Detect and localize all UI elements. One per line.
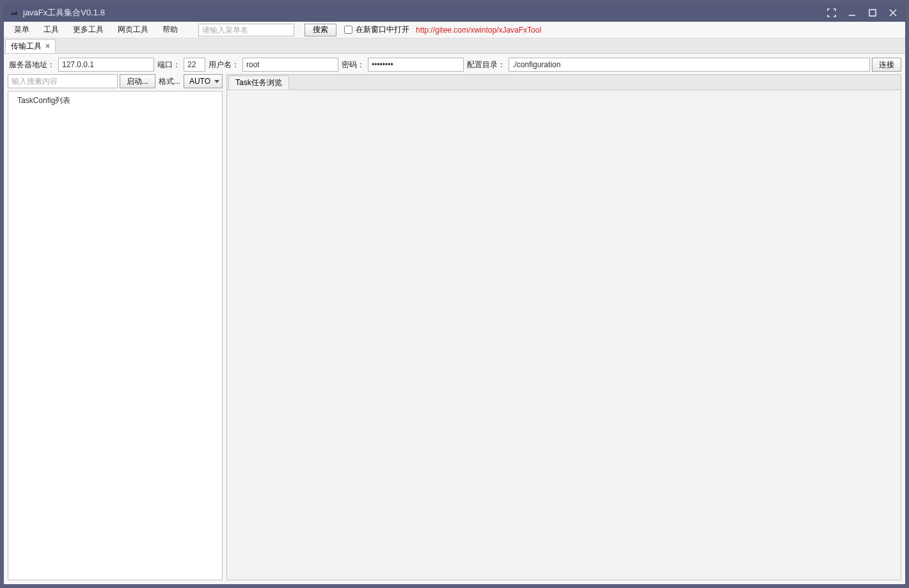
open-new-window-wrap: 在新窗口中打开	[344, 24, 409, 35]
chevron-down-icon	[214, 80, 219, 83]
pass-input[interactable]	[368, 58, 464, 72]
menubar: 菜单 工具 更多工具 网页工具 帮助 搜索 在新窗口中打开 http://git…	[4, 22, 905, 38]
tree-root-item[interactable]: TaskConfig列表	[13, 94, 217, 107]
right-pane: Task任务浏览	[226, 74, 901, 580]
format-value: AUTO	[189, 77, 210, 86]
close-icon[interactable]	[886, 6, 900, 20]
open-new-window-checkbox[interactable]	[344, 26, 352, 34]
titlebar[interactable]: javaFx工具集合V0.1.8	[4, 4, 905, 22]
svg-rect-0	[869, 10, 876, 16]
dir-input[interactable]	[509, 58, 870, 72]
format-label: 格式...	[157, 76, 182, 87]
menu-more-tools[interactable]: 更多工具	[67, 22, 110, 38]
tab-close-icon[interactable]: ×	[45, 42, 50, 51]
menu-main[interactable]: 菜单	[8, 22, 36, 38]
tab-label: 传输工具	[11, 41, 42, 52]
left-controls: 启动... 格式... AUTO	[8, 74, 223, 88]
app-window: javaFx工具集合V0.1.8 菜单 工具 更多工具 网页工具 帮助 搜索 在…	[3, 3, 906, 585]
connect-button[interactable]: 连接	[872, 58, 901, 72]
server-input[interactable]	[58, 58, 154, 72]
left-pane: 启动... 格式... AUTO TaskConfig列表	[8, 74, 223, 580]
start-button[interactable]: 启动...	[120, 74, 155, 88]
tab-transfer-tool[interactable]: 传输工具 ×	[5, 39, 56, 53]
menu-tools[interactable]: 工具	[37, 22, 65, 38]
content-area: 启动... 格式... AUTO TaskConfig列表 Task任务浏览	[4, 74, 905, 584]
user-label: 用户名：	[207, 60, 241, 70]
task-browse-body	[227, 90, 901, 580]
pass-label: 密码：	[340, 60, 366, 70]
port-input[interactable]	[184, 58, 205, 72]
task-search-input[interactable]	[8, 74, 118, 88]
window-title: javaFx工具集合V0.1.8	[23, 7, 825, 19]
right-tab-label: Task任务浏览	[235, 77, 282, 88]
menu-search-button[interactable]: 搜索	[304, 24, 336, 36]
user-input[interactable]	[242, 58, 338, 72]
maximize-icon[interactable]	[866, 6, 880, 20]
right-tabs: Task任务浏览	[227, 75, 901, 90]
menu-help[interactable]: 帮助	[156, 22, 184, 38]
format-dropdown[interactable]: AUTO	[184, 74, 223, 88]
task-config-tree[interactable]: TaskConfig列表	[8, 91, 223, 580]
document-tabs: 传输工具 ×	[4, 38, 905, 54]
menu-search-input[interactable]	[198, 24, 294, 36]
project-link[interactable]: http://gitee.com/xwintop/xJavaFxTool	[416, 26, 541, 35]
minimize-icon[interactable]	[845, 6, 859, 20]
menu-web-tools[interactable]: 网页工具	[111, 22, 155, 38]
open-new-window-label: 在新窗口中打开	[356, 24, 409, 35]
fullscreen-icon[interactable]	[825, 6, 839, 20]
server-label: 服务器地址：	[8, 60, 56, 70]
port-label: 端口：	[156, 60, 182, 70]
dir-label: 配置目录：	[466, 60, 507, 70]
tab-task-browse[interactable]: Task任务浏览	[228, 75, 289, 90]
app-icon	[9, 8, 19, 18]
window-controls	[825, 6, 900, 20]
connection-toolbar: 服务器地址： 端口： 用户名： 密码： 配置目录： 连接	[4, 54, 905, 74]
